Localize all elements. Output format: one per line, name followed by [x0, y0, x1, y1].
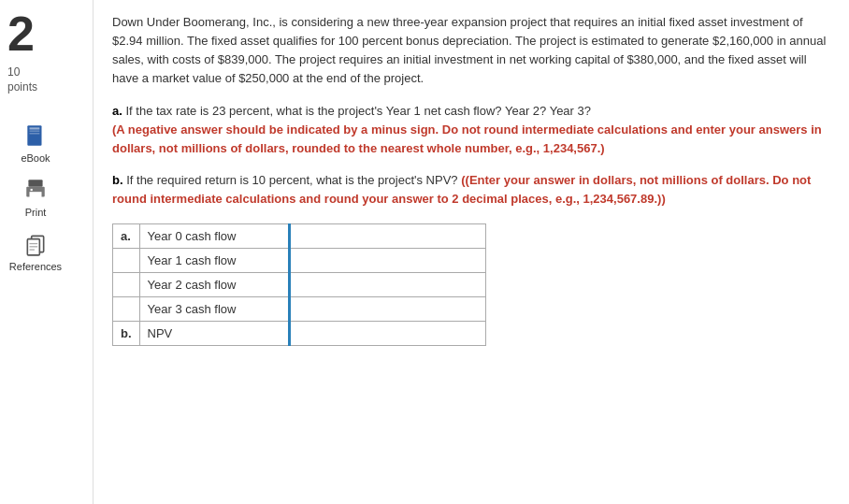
table-row-year3: Year 3 cash flow — [113, 297, 486, 322]
year3-label: Year 3 cash flow — [139, 297, 289, 322]
svg-rect-1 — [30, 128, 40, 130]
year3-input[interactable] — [291, 297, 485, 321]
svg-rect-2 — [30, 131, 40, 132]
print-icon — [21, 175, 50, 205]
ebook-label: eBook — [21, 152, 50, 164]
year2-label: Year 2 cash flow — [139, 273, 289, 297]
part-a-instruction: (A negative answer should be indicated b… — [112, 122, 822, 155]
part-b-block: b. If the required return is 10 percent,… — [112, 171, 830, 209]
svg-rect-10 — [30, 243, 38, 244]
answer-table: a. Year 0 cash flow Year 1 cash flow — [112, 223, 486, 346]
sidebar-item-print[interactable]: Print — [7, 175, 64, 218]
book-icon — [21, 121, 50, 151]
npv-label: NPV — [139, 322, 289, 346]
question-body: Down Under Boomerang, Inc., is consideri… — [112, 13, 830, 89]
svg-rect-4 — [28, 180, 42, 187]
year0-input-cell — [289, 224, 485, 249]
year3-input-cell — [289, 297, 485, 322]
print-label: Print — [25, 207, 47, 218]
copy-icon — [21, 229, 50, 259]
year0-input[interactable] — [291, 224, 485, 248]
year1-input-cell — [289, 249, 485, 273]
table-row-year0: a. Year 0 cash flow — [113, 224, 486, 249]
answer-table-wrapper: a. Year 0 cash flow Year 1 cash flow — [112, 223, 486, 346]
npv-input-cell — [289, 322, 485, 346]
part-b-indicator: b. — [113, 322, 140, 346]
sidebar: 2 10 points eBook — [0, 0, 94, 504]
year2-input[interactable] — [291, 273, 485, 296]
year1-input[interactable] — [291, 249, 485, 272]
npv-input[interactable] — [291, 322, 485, 345]
year2-input-cell — [289, 273, 485, 297]
points-label: 10 points — [7, 65, 37, 94]
empty-cell-1 — [113, 249, 140, 273]
part-a-block: a. If the tax rate is 23 percent, what i… — [112, 102, 830, 158]
sidebar-item-references[interactable]: References — [7, 229, 64, 272]
sidebar-item-ebook[interactable]: eBook — [7, 121, 64, 164]
svg-rect-3 — [30, 133, 40, 134]
part-a-indicator: a. — [113, 224, 140, 249]
empty-cell-2 — [113, 273, 140, 297]
table-row-year1: Year 1 cash flow — [113, 249, 486, 273]
svg-rect-7 — [31, 189, 33, 191]
page-wrapper: 2 10 points eBook — [0, 0, 849, 504]
part-a-text-content: If the tax rate is 23 percent, what is t… — [125, 104, 591, 118]
question-number: 2 — [7, 9, 35, 58]
svg-rect-12 — [30, 250, 35, 251]
svg-rect-11 — [30, 246, 38, 247]
svg-rect-6 — [30, 192, 42, 198]
references-label: References — [9, 261, 62, 272]
year0-label: Year 0 cash flow — [139, 224, 289, 249]
part-b-text-content: If the required return is 10 percent, wh… — [126, 173, 457, 187]
table-row-year2: Year 2 cash flow — [113, 273, 486, 297]
part-a-label: a. — [112, 104, 122, 118]
empty-cell-3 — [113, 297, 140, 322]
part-b-label: b. — [112, 173, 123, 187]
table-row-npv: b. NPV — [113, 322, 486, 346]
year1-label: Year 1 cash flow — [139, 249, 289, 273]
main-content: Down Under Boomerang, Inc., is consideri… — [94, 0, 849, 504]
